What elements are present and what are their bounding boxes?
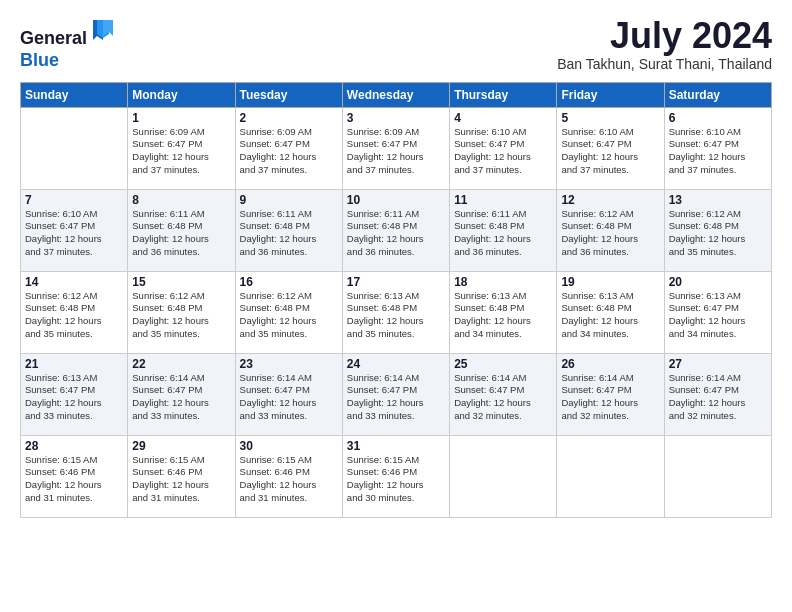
calendar-cell: 25Sunrise: 6:14 AM Sunset: 6:47 PM Dayli…: [450, 353, 557, 435]
day-number: 14: [25, 275, 123, 289]
day-detail: Sunrise: 6:11 AM Sunset: 6:48 PM Dayligh…: [240, 208, 338, 259]
day-number: 24: [347, 357, 445, 371]
day-number: 18: [454, 275, 552, 289]
calendar-cell: 5Sunrise: 6:10 AM Sunset: 6:47 PM Daylig…: [557, 107, 664, 189]
calendar-cell: 6Sunrise: 6:10 AM Sunset: 6:47 PM Daylig…: [664, 107, 771, 189]
day-detail: Sunrise: 6:12 AM Sunset: 6:48 PM Dayligh…: [132, 290, 230, 341]
day-number: 8: [132, 193, 230, 207]
header-monday: Monday: [128, 82, 235, 107]
day-number: 27: [669, 357, 767, 371]
day-number: 28: [25, 439, 123, 453]
day-number: 6: [669, 111, 767, 125]
header-wednesday: Wednesday: [342, 82, 449, 107]
calendar-week-row: 14Sunrise: 6:12 AM Sunset: 6:48 PM Dayli…: [21, 271, 772, 353]
calendar-cell: [664, 435, 771, 517]
day-detail: Sunrise: 6:13 AM Sunset: 6:47 PM Dayligh…: [669, 290, 767, 341]
day-number: 1: [132, 111, 230, 125]
calendar-cell: 8Sunrise: 6:11 AM Sunset: 6:48 PM Daylig…: [128, 189, 235, 271]
day-detail: Sunrise: 6:10 AM Sunset: 6:47 PM Dayligh…: [561, 126, 659, 177]
day-detail: Sunrise: 6:09 AM Sunset: 6:47 PM Dayligh…: [347, 126, 445, 177]
day-number: 5: [561, 111, 659, 125]
calendar-week-row: 7Sunrise: 6:10 AM Sunset: 6:47 PM Daylig…: [21, 189, 772, 271]
calendar-week-row: 21Sunrise: 6:13 AM Sunset: 6:47 PM Dayli…: [21, 353, 772, 435]
day-number: 3: [347, 111, 445, 125]
day-detail: Sunrise: 6:11 AM Sunset: 6:48 PM Dayligh…: [454, 208, 552, 259]
logo-blue: Blue: [20, 50, 59, 70]
day-number: 26: [561, 357, 659, 371]
day-number: 11: [454, 193, 552, 207]
header-friday: Friday: [557, 82, 664, 107]
calendar-cell: 21Sunrise: 6:13 AM Sunset: 6:47 PM Dayli…: [21, 353, 128, 435]
day-number: 2: [240, 111, 338, 125]
day-detail: Sunrise: 6:13 AM Sunset: 6:48 PM Dayligh…: [561, 290, 659, 341]
calendar-page: General Blue July 2024 Ban Takhun, Surat…: [0, 0, 792, 612]
calendar-cell: 17Sunrise: 6:13 AM Sunset: 6:48 PM Dayli…: [342, 271, 449, 353]
day-number: 9: [240, 193, 338, 207]
day-detail: Sunrise: 6:15 AM Sunset: 6:46 PM Dayligh…: [240, 454, 338, 505]
calendar-cell: 14Sunrise: 6:12 AM Sunset: 6:48 PM Dayli…: [21, 271, 128, 353]
calendar-cell: 28Sunrise: 6:15 AM Sunset: 6:46 PM Dayli…: [21, 435, 128, 517]
calendar-cell: 10Sunrise: 6:11 AM Sunset: 6:48 PM Dayli…: [342, 189, 449, 271]
calendar-cell: 22Sunrise: 6:14 AM Sunset: 6:47 PM Dayli…: [128, 353, 235, 435]
day-detail: Sunrise: 6:15 AM Sunset: 6:46 PM Dayligh…: [132, 454, 230, 505]
header-sunday: Sunday: [21, 82, 128, 107]
calendar-cell: 12Sunrise: 6:12 AM Sunset: 6:48 PM Dayli…: [557, 189, 664, 271]
day-detail: Sunrise: 6:14 AM Sunset: 6:47 PM Dayligh…: [132, 372, 230, 423]
calendar-cell: [557, 435, 664, 517]
day-detail: Sunrise: 6:14 AM Sunset: 6:47 PM Dayligh…: [561, 372, 659, 423]
day-number: 15: [132, 275, 230, 289]
calendar-cell: 24Sunrise: 6:14 AM Sunset: 6:47 PM Dayli…: [342, 353, 449, 435]
calendar-week-row: 28Sunrise: 6:15 AM Sunset: 6:46 PM Dayli…: [21, 435, 772, 517]
day-number: 4: [454, 111, 552, 125]
calendar-cell: 30Sunrise: 6:15 AM Sunset: 6:46 PM Dayli…: [235, 435, 342, 517]
day-detail: Sunrise: 6:10 AM Sunset: 6:47 PM Dayligh…: [454, 126, 552, 177]
title-block: July 2024 Ban Takhun, Surat Thani, Thail…: [557, 16, 772, 72]
calendar-cell: 11Sunrise: 6:11 AM Sunset: 6:48 PM Dayli…: [450, 189, 557, 271]
day-detail: Sunrise: 6:11 AM Sunset: 6:48 PM Dayligh…: [347, 208, 445, 259]
day-number: 21: [25, 357, 123, 371]
calendar-cell: 31Sunrise: 6:15 AM Sunset: 6:46 PM Dayli…: [342, 435, 449, 517]
day-number: 31: [347, 439, 445, 453]
calendar-cell: 4Sunrise: 6:10 AM Sunset: 6:47 PM Daylig…: [450, 107, 557, 189]
day-number: 25: [454, 357, 552, 371]
calendar-header-row: SundayMondayTuesdayWednesdayThursdayFrid…: [21, 82, 772, 107]
location-subtitle: Ban Takhun, Surat Thani, Thailand: [557, 56, 772, 72]
calendar-cell: 9Sunrise: 6:11 AM Sunset: 6:48 PM Daylig…: [235, 189, 342, 271]
day-number: 16: [240, 275, 338, 289]
header-saturday: Saturday: [664, 82, 771, 107]
day-detail: Sunrise: 6:09 AM Sunset: 6:47 PM Dayligh…: [132, 126, 230, 177]
day-detail: Sunrise: 6:10 AM Sunset: 6:47 PM Dayligh…: [25, 208, 123, 259]
page-header: General Blue July 2024 Ban Takhun, Surat…: [20, 16, 772, 72]
day-number: 20: [669, 275, 767, 289]
day-number: 22: [132, 357, 230, 371]
day-detail: Sunrise: 6:14 AM Sunset: 6:47 PM Dayligh…: [240, 372, 338, 423]
header-thursday: Thursday: [450, 82, 557, 107]
calendar-cell: 7Sunrise: 6:10 AM Sunset: 6:47 PM Daylig…: [21, 189, 128, 271]
logo: General Blue: [20, 16, 117, 71]
day-detail: Sunrise: 6:09 AM Sunset: 6:47 PM Dayligh…: [240, 126, 338, 177]
day-number: 10: [347, 193, 445, 207]
calendar-cell: 20Sunrise: 6:13 AM Sunset: 6:47 PM Dayli…: [664, 271, 771, 353]
calendar-week-row: 1Sunrise: 6:09 AM Sunset: 6:47 PM Daylig…: [21, 107, 772, 189]
calendar-cell: 16Sunrise: 6:12 AM Sunset: 6:48 PM Dayli…: [235, 271, 342, 353]
calendar-cell: 29Sunrise: 6:15 AM Sunset: 6:46 PM Dayli…: [128, 435, 235, 517]
day-detail: Sunrise: 6:11 AM Sunset: 6:48 PM Dayligh…: [132, 208, 230, 259]
day-number: 30: [240, 439, 338, 453]
calendar-cell: [21, 107, 128, 189]
calendar-cell: 15Sunrise: 6:12 AM Sunset: 6:48 PM Dayli…: [128, 271, 235, 353]
day-detail: Sunrise: 6:12 AM Sunset: 6:48 PM Dayligh…: [669, 208, 767, 259]
day-detail: Sunrise: 6:13 AM Sunset: 6:47 PM Dayligh…: [25, 372, 123, 423]
day-number: 19: [561, 275, 659, 289]
logo-general: General: [20, 28, 87, 48]
calendar-cell: 26Sunrise: 6:14 AM Sunset: 6:47 PM Dayli…: [557, 353, 664, 435]
day-detail: Sunrise: 6:14 AM Sunset: 6:47 PM Dayligh…: [454, 372, 552, 423]
day-number: 17: [347, 275, 445, 289]
day-detail: Sunrise: 6:15 AM Sunset: 6:46 PM Dayligh…: [25, 454, 123, 505]
day-number: 13: [669, 193, 767, 207]
calendar-cell: 27Sunrise: 6:14 AM Sunset: 6:47 PM Dayli…: [664, 353, 771, 435]
calendar-cell: 1Sunrise: 6:09 AM Sunset: 6:47 PM Daylig…: [128, 107, 235, 189]
day-detail: Sunrise: 6:14 AM Sunset: 6:47 PM Dayligh…: [669, 372, 767, 423]
calendar-table: SundayMondayTuesdayWednesdayThursdayFrid…: [20, 82, 772, 518]
day-number: 29: [132, 439, 230, 453]
month-title: July 2024: [557, 16, 772, 56]
